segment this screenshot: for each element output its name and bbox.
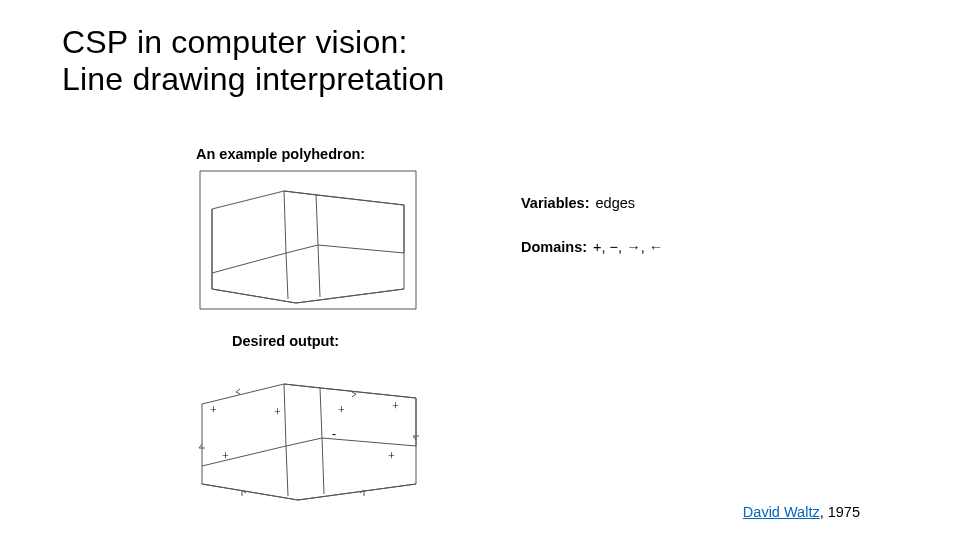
title-line-1: CSP in computer vision:	[62, 24, 408, 60]
label-plus: +	[274, 405, 281, 419]
label-plus: +	[210, 403, 217, 417]
slide-title: CSP in computer vision: Line drawing int…	[62, 24, 445, 98]
svg-rect-0	[200, 171, 416, 309]
slide: CSP in computer vision: Line drawing int…	[0, 0, 960, 540]
label-minus: -	[332, 427, 336, 441]
domains-label: Domains:	[521, 239, 587, 255]
domains-row: Domains: +, −, →, ←	[521, 239, 663, 255]
label-plus: +	[388, 449, 395, 463]
domains-value: +, −, →, ←	[593, 239, 663, 255]
rhs-text: Variables: edges Domains: +, −, →, ←	[521, 195, 663, 283]
citation-year: , 1975	[820, 504, 860, 520]
title-line-2: Line drawing interpretation	[62, 61, 445, 97]
label-plus: +	[222, 449, 229, 463]
figure-polyhedron	[198, 169, 418, 311]
label-plus: +	[338, 403, 345, 417]
variables-row: Variables: edges	[521, 195, 663, 211]
caption-desired: Desired output:	[232, 333, 339, 349]
citation: David Waltz, 1975	[743, 504, 860, 520]
label-plus: +	[392, 399, 399, 413]
citation-author-link[interactable]: David Waltz	[743, 504, 820, 520]
variables-label: Variables:	[521, 195, 590, 211]
variables-value: edges	[596, 195, 636, 211]
caption-example: An example polyhedron:	[196, 146, 365, 162]
figure-labeled-polyhedron: + + + + - + +	[182, 356, 432, 506]
